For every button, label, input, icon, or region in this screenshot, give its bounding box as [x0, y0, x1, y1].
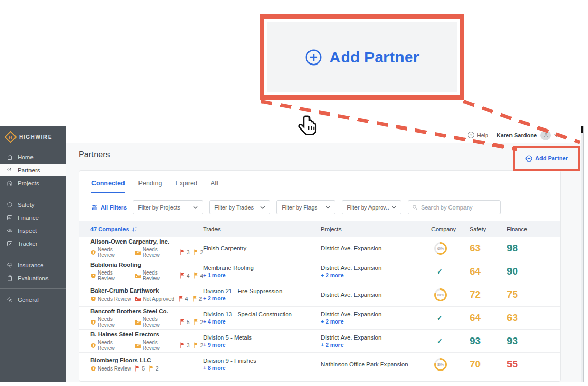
plus-circle-icon	[525, 155, 532, 162]
col-projects: Projects	[321, 226, 431, 232]
yellow-flag-count: 2	[193, 319, 203, 325]
project-cell: District Ave. Expansion	[321, 334, 431, 341]
safety-review-badge: Needs Review	[90, 366, 131, 372]
all-filters-button[interactable]: All Filters	[91, 204, 127, 211]
finance-not-approved-badge: Not Approved	[135, 296, 174, 302]
company-name[interactable]: Bancroft Brothers Steel Co.	[90, 308, 203, 314]
company-name[interactable]: Alison-Owen Carpentry, Inc.	[90, 238, 203, 245]
main-content: Partners Connected Pending Expired All A…	[66, 143, 584, 382]
trade-more-link[interactable]: + 2 more	[203, 295, 321, 301]
col-trades: Trades	[203, 226, 321, 232]
yellow-flag-count: 4	[193, 272, 203, 279]
sidebar-item-finance[interactable]: Finance	[0, 211, 66, 224]
add-partner-callout: Add Partner	[260, 14, 464, 100]
filter-approval-dropdown[interactable]: Filter by Approv..	[342, 200, 401, 214]
scrollbar-thumb[interactable]	[581, 126, 583, 133]
sidebar-divider	[0, 288, 66, 289]
help-icon: ?	[468, 132, 474, 138]
company-name[interactable]: Blomberg Floors LLC	[90, 357, 203, 363]
yellow-flag-count: 2	[192, 296, 202, 302]
project-more-link[interactable]: + 2 more	[321, 318, 431, 325]
gear-icon	[7, 297, 13, 303]
company-name[interactable]: B. Haines Steel Erectors	[90, 331, 203, 337]
table-row[interactable]: Alison-Owen Carpentry, Inc. Needs Review…	[79, 237, 560, 260]
chevron-down-icon	[326, 206, 330, 209]
project-cell: District Ave. Expansion	[321, 292, 431, 298]
filter-bar: All Filters Filter by Projects Filter by…	[91, 200, 548, 214]
company-count[interactable]: 47 Companies	[90, 226, 203, 232]
callout-add-partner-label: Add Partner	[330, 49, 420, 66]
filter-flags-dropdown[interactable]: Filter by Flags	[276, 200, 335, 214]
table-row[interactable]: Baker-Crumb Earthwork Needs Review Not A…	[79, 283, 560, 307]
red-flag-icon	[178, 296, 183, 302]
scrollbar[interactable]	[581, 126, 584, 382]
add-partner-highlight: Add Partner	[513, 146, 580, 171]
tab-all[interactable]: All	[211, 180, 218, 193]
sidebar-item-inspect[interactable]: Inspect	[0, 224, 66, 237]
folder-chart-icon	[135, 319, 141, 325]
shield-alert-icon	[90, 296, 96, 302]
trade-cell: Membrane Roofing	[203, 265, 321, 271]
callout-panel: Add Partner	[267, 22, 457, 92]
sidebar: H HIGHWIRE Home Partners Projects Safety	[0, 126, 66, 382]
project-cell: District Ave. Expansion	[321, 245, 431, 251]
brand-name: HIGHWIRE	[19, 134, 52, 140]
trade-more-link[interactable]: + 9 more	[203, 342, 321, 348]
sidebar-item-home[interactable]: Home	[0, 151, 66, 164]
company-search	[408, 200, 501, 214]
finance-score: 75	[507, 289, 518, 300]
safety-review-badge: Needs Review	[90, 340, 131, 351]
sidebar-item-partners[interactable]: Partners	[0, 164, 66, 176]
table-row[interactable]: Babilonia Roofing Needs Review Needs Rev…	[79, 260, 560, 283]
sidebar-item-general[interactable]: General	[0, 293, 66, 306]
tab-bar: Connected Pending Expired All	[79, 171, 560, 193]
add-partner-button[interactable]: Add Partner	[525, 155, 568, 162]
folder-chart-icon	[135, 250, 141, 255]
project-more-link[interactable]: + 2 more	[321, 342, 431, 348]
search-input[interactable]	[421, 204, 496, 211]
sidebar-item-insurance[interactable]: Insurance	[0, 259, 66, 271]
approved-check-icon: ✓	[437, 337, 443, 345]
company-name[interactable]: Baker-Crumb Earthwork	[90, 287, 203, 294]
project-more-link[interactable]: + 2 more	[321, 272, 431, 278]
folder-chart-icon	[135, 273, 141, 279]
sidebar-item-tracker[interactable]: Tracker	[0, 237, 66, 250]
shield-alert-icon	[90, 319, 96, 325]
safety-score: 63	[470, 243, 481, 253]
app-header: ? Help Karen Sardone	[66, 126, 584, 143]
projects-icon	[7, 180, 13, 186]
tab-expired[interactable]: Expired	[175, 180, 197, 193]
tab-pending[interactable]: Pending	[138, 180, 162, 193]
screenshot-stage: H HIGHWIRE Home Partners Projects Safety	[0, 0, 588, 386]
help-button[interactable]: ? Help	[468, 132, 488, 138]
safety-review-badge: Needs Review	[90, 247, 131, 258]
badges: Needs Review Needs Review 5 2	[90, 316, 203, 328]
yellow-flag-icon	[192, 296, 197, 302]
home-icon	[7, 154, 13, 160]
sidebar-item-safety[interactable]: Safety	[0, 198, 66, 211]
badges: Needs Review 5 2	[90, 365, 203, 372]
trade-more-link[interactable]: + 4 more	[203, 318, 321, 325]
filter-trades-dropdown[interactable]: Filter by Trades	[209, 200, 270, 214]
tab-connected[interactable]: Connected	[91, 180, 125, 193]
folder-chart-icon	[135, 343, 141, 348]
trade-cell: Division 21 - Fire Suppression	[203, 288, 321, 294]
table-row[interactable]: Blomberg Floors LLC Needs Review 5 2 Div…	[79, 353, 560, 376]
yellow-flag-icon	[193, 319, 198, 325]
table-row[interactable]: Bancroft Brothers Steel Co. Needs Review…	[79, 307, 560, 330]
safety-score: 72	[470, 289, 481, 300]
company-name[interactable]: Babilonia Roofing	[90, 262, 203, 268]
sidebar-item-projects[interactable]: Projects	[0, 176, 66, 189]
trade-more-link[interactable]: + 8 more	[203, 365, 321, 371]
sidebar-item-evaluations[interactable]: Evaluations	[0, 271, 66, 284]
trade-cell: Finish Carpentry	[203, 245, 321, 251]
filter-projects-dropdown[interactable]: Filter by Projects	[133, 200, 203, 214]
shield-alert-icon	[90, 343, 96, 348]
sidebar-divider	[0, 194, 66, 194]
shield-icon	[7, 202, 13, 208]
red-flag-icon	[180, 272, 185, 279]
table-row[interactable]: B. Haines Steel Erectors Needs Review Ne…	[79, 330, 560, 353]
trade-more-link[interactable]: + 1 more	[203, 272, 321, 278]
red-flag-count: 3	[180, 342, 190, 348]
red-flag-count: 4	[180, 272, 190, 279]
